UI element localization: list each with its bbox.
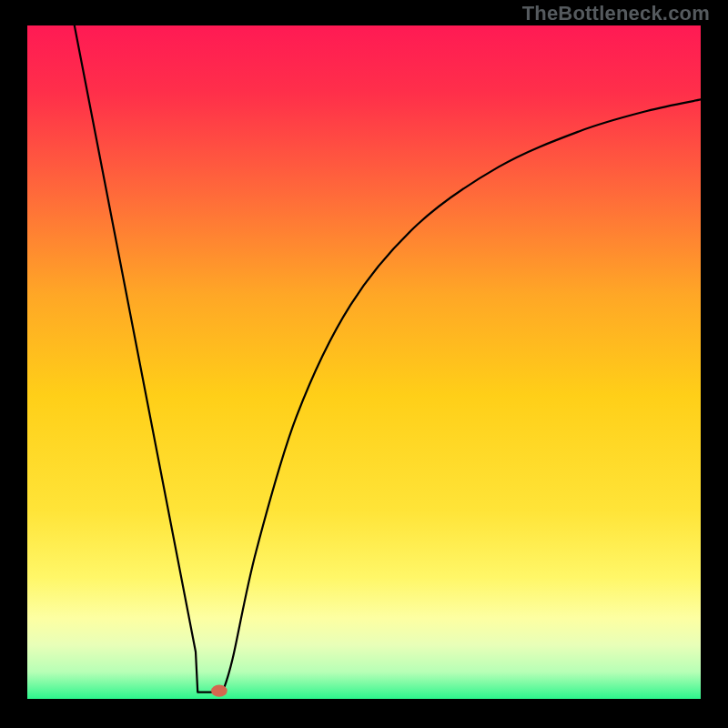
chart-frame: TheBottleneck.com (0, 0, 728, 728)
gradient-background (27, 25, 701, 699)
plot-area (27, 25, 701, 699)
watermark-text: TheBottleneck.com (522, 2, 710, 25)
optimum-marker (211, 684, 228, 696)
chart-svg (27, 25, 701, 699)
